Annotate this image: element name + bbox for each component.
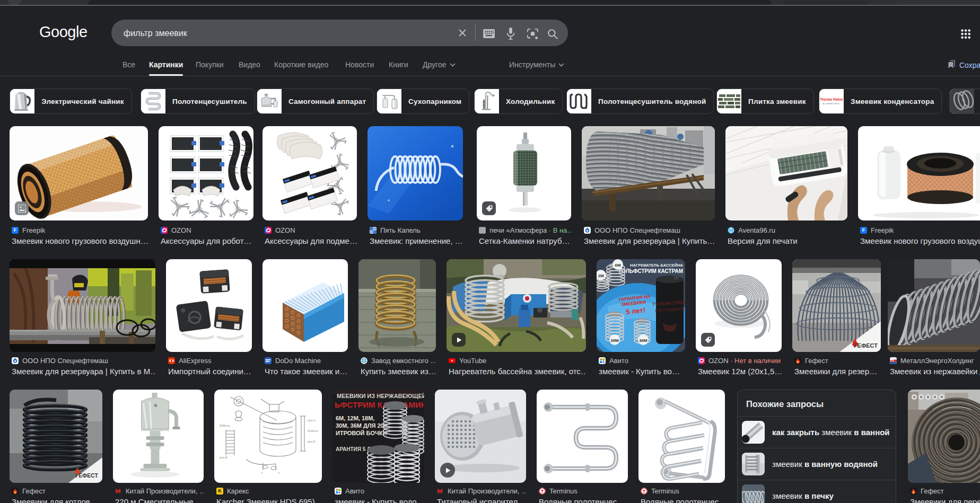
svg-text:6М, 12М, 18М,: 6М, 12М, 18М, — [336, 415, 374, 421]
svg-text:pos.5: pos.5 — [308, 440, 316, 443]
svg-text:6М: 6М — [615, 263, 620, 268]
svg-text:ЬФСТРИМ КАСТРАМИНА: ЬФСТРИМ КАСТРАМИНА — [335, 400, 424, 409]
svg-text:ИТРОВОЙ БОЧКИ: ИТРОВОЙ БОЧКИ — [336, 430, 387, 436]
svg-text:МЕЕВИКИ ИЗ НЕРЖАВЕЮЩЕЙ ТРУБЫ: МЕЕВИКИ ИЗ НЕРЖАВЕЮЩЕЙ ТРУБЫ — [337, 393, 424, 399]
svg-text:30М, 36М ДЛЯ 200-: 30М, 36М ДЛЯ 200- — [336, 422, 389, 429]
svg-text:30М: 30М — [610, 338, 619, 343]
svg-text:ГОЛЬФСТРИМ КАСТРАМ: ГОЛЬФСТРИМ КАСТРАМ — [619, 268, 683, 274]
svg-text:528mm: 528mm — [220, 424, 230, 427]
svg-text:pos.1: pos.1 — [308, 419, 316, 422]
svg-text:Thermo Fisher: Thermo Fisher — [820, 98, 843, 101]
svg-text:pos.8: pos.8 — [220, 456, 228, 459]
svg-text:SCIENTIFIC: SCIENTIFIC — [822, 102, 840, 105]
svg-text:36М: 36М — [639, 338, 648, 343]
svg-text:ГЕФЕСТ: ГЕФЕСТ — [854, 342, 878, 349]
svg-text:НАГРЕВАТЕЛЬ БАССЕЙНА: НАГРЕВАТЕЛЬ БАССЕЙНА — [630, 263, 683, 268]
svg-text:2М: 2М — [598, 273, 603, 278]
svg-text:516mm: 516mm — [308, 429, 318, 433]
